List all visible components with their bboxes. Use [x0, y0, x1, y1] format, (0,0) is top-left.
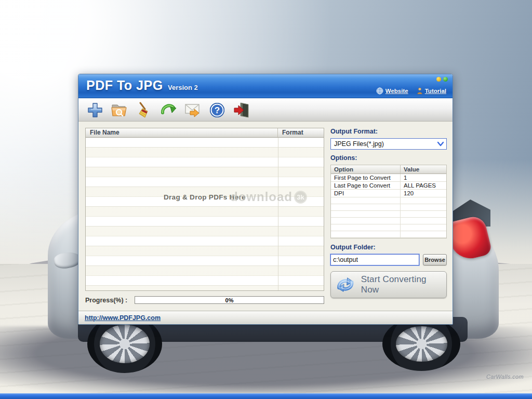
option-row-empty	[331, 231, 446, 238]
file-list-header: File Name Format	[86, 128, 324, 138]
option-value[interactable]: ALL PAGES	[401, 182, 446, 189]
options-label: Options:	[330, 154, 447, 162]
person-icon	[417, 87, 423, 95]
window-controls	[436, 77, 448, 82]
progress-row: Progress(%) : 0%	[85, 296, 324, 304]
column-value: Value	[401, 165, 446, 174]
drop-hint: Drag & Drop PDFs Here	[164, 193, 246, 201]
output-folder-label: Output Folder:	[330, 244, 447, 251]
start-converting-label: Start Converting Now	[361, 274, 442, 295]
option-value[interactable]: 1	[401, 174, 446, 181]
option-row-empty	[331, 204, 446, 211]
question-glyph: ?	[215, 105, 220, 115]
output-format-value: JPEG Files(*.jpg)	[334, 140, 437, 148]
column-option: Option	[331, 165, 401, 174]
email-button[interactable]	[183, 100, 203, 120]
output-format-dropdown[interactable]: JPEG Files(*.jpg)	[330, 138, 447, 150]
app-version: Version 2	[168, 84, 198, 91]
option-value[interactable]: 120	[401, 190, 446, 197]
car-wheel-right	[382, 317, 460, 371]
option-name: First Page to Convert	[331, 174, 401, 181]
toolbar: ?	[78, 98, 453, 122]
add-files-button[interactable]	[85, 100, 105, 120]
tutorial-link[interactable]: Tutorial	[417, 87, 446, 95]
option-row-empty	[331, 218, 446, 224]
titlebar-links: Website Tutorial	[376, 87, 446, 95]
main-content: File Name Format Drag & Drop PDFs Here d…	[78, 122, 453, 311]
wallpaper-credit: CarWalls.com	[486, 374, 524, 380]
option-name: Last Page to Convert	[331, 182, 401, 189]
progress-value: 0%	[135, 297, 324, 304]
clear-list-button[interactable]	[134, 100, 154, 120]
wheel-rim	[100, 325, 149, 363]
pdf-to-jpg-window: PDF To JPG Version 2 Website Tu	[78, 74, 453, 325]
chevron-down-icon	[437, 141, 444, 147]
tutorial-label: Tutorial	[425, 88, 446, 94]
option-row-empty	[331, 224, 446, 231]
options-table[interactable]: Option Value First Page to Convert 1 Las…	[330, 165, 447, 238]
option-row-first-page[interactable]: First Page to Convert 1	[331, 174, 446, 182]
pdfjpg-link[interactable]: http://www.PDFJPG.com	[85, 314, 161, 322]
option-row-last-page[interactable]: Last Page to Convert ALL PAGES	[331, 182, 446, 190]
open-folder-icon	[110, 101, 129, 119]
output-folder-input[interactable]	[330, 254, 419, 265]
help-button[interactable]: ?	[207, 100, 227, 120]
email-icon	[183, 101, 202, 119]
option-row-dpi[interactable]: DPI 120	[331, 190, 446, 197]
options-header: Option Value	[331, 165, 446, 174]
open-folder-button[interactable]	[110, 100, 129, 120]
option-row-empty	[331, 197, 446, 204]
desktop: CarWalls.com PDF To JPG Version 2 Websit…	[0, 0, 532, 399]
wheel-rim	[396, 326, 447, 362]
column-format[interactable]: Format	[278, 128, 324, 137]
output-format-label: Output Format:	[330, 128, 447, 135]
progress-bar: 0%	[135, 296, 324, 304]
file-list[interactable]: File Name Format Drag & Drop PDFs Here d…	[85, 128, 324, 291]
statusbar: http://www.PDFJPG.com	[78, 311, 453, 324]
help-icon: ?	[208, 101, 226, 119]
close-button[interactable]	[443, 77, 448, 82]
watermark-badge: 3k	[294, 191, 307, 204]
format-column-divider	[278, 138, 278, 290]
sync-arrows-icon	[335, 274, 356, 295]
start-converting-button[interactable]: Start Converting Now	[330, 271, 447, 298]
app-title: PDF To JPG	[86, 78, 163, 93]
exit-icon	[233, 101, 250, 119]
option-row-empty	[331, 211, 446, 218]
broom-icon	[135, 101, 153, 119]
right-column: Output Format: JPEG Files(*.jpg) Options…	[330, 128, 447, 311]
titlebar: PDF To JPG Version 2 Website Tu	[78, 74, 453, 98]
progress-label: Progress(%) :	[85, 297, 135, 304]
green-arrow-icon	[159, 101, 177, 119]
output-folder-row: Browse	[330, 254, 447, 265]
wallpaper-bottom-strip	[0, 393, 532, 399]
globe-icon	[376, 87, 383, 95]
exit-button[interactable]	[232, 100, 251, 120]
website-link[interactable]: Website	[376, 87, 408, 95]
browse-button[interactable]: Browse	[423, 254, 447, 265]
left-column: File Name Format Drag & Drop PDFs Here d…	[85, 128, 324, 311]
minimize-button[interactable]	[436, 77, 441, 82]
column-file-name[interactable]: File Name	[86, 128, 278, 137]
website-label: Website	[385, 88, 408, 94]
convert-button[interactable]	[158, 100, 178, 120]
file-list-body[interactable]: Drag & Drop PDFs Here download 3k	[86, 138, 324, 290]
add-icon	[86, 101, 104, 119]
option-name: DPI	[331, 190, 401, 197]
